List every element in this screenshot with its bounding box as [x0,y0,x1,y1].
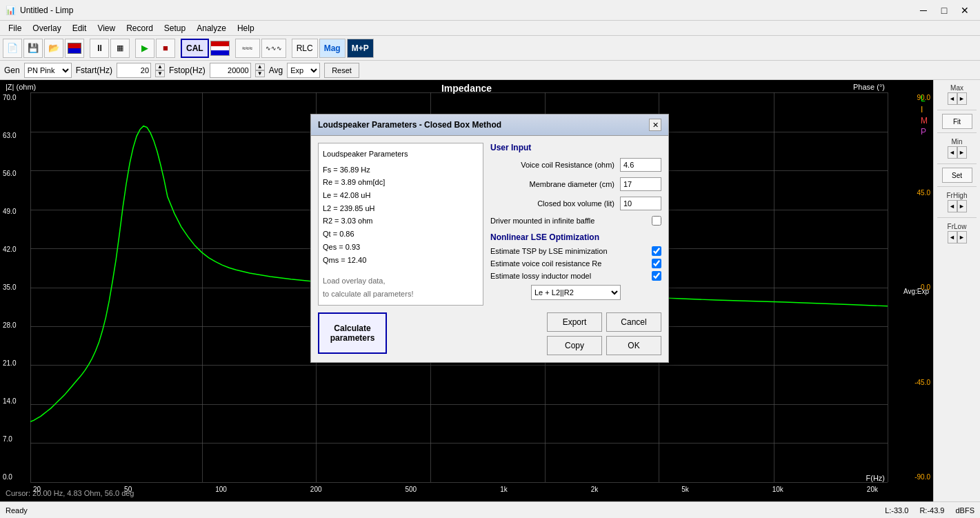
limp-l: L [921,94,928,103]
fstop-down[interactable]: ▼ [255,70,265,77]
cancel-button[interactable]: Cancel [606,312,661,332]
divider-3 [937,163,977,164]
fstop-spinner: ▲ ▼ [255,63,265,77]
x-label-9: 20k [867,486,878,493]
max-down[interactable]: ► [957,92,967,105]
estimate-lossy-checkbox[interactable] [652,271,661,281]
estimate-re-row: Estimate voice coil resistance Re [490,259,661,268]
fit-button[interactable]: Fit [942,114,972,129]
gen-select[interactable]: PN Pink PN White Sine Multi [24,63,72,78]
status-text: Ready [6,506,28,515]
param-qt: Qt = 0.86 [323,228,479,241]
export-button[interactable]: Export [547,312,602,332]
param-qes: Qes = 0.93 [323,241,479,254]
flag2-button[interactable] [210,41,230,56]
wave2-button[interactable]: ∿∿∿ [261,39,286,58]
mag-button[interactable]: Mag [319,39,346,58]
closed-box-input[interactable]: 10 [620,197,661,210]
estimate-tsp-row: Estimate TSP by LSE minimization [490,246,661,256]
dialog-close-button[interactable]: ✕ [649,119,661,131]
fstop-input[interactable]: 20000 [210,63,251,78]
grid-button[interactable]: ▦ [110,39,130,58]
ok-button[interactable]: OK [606,336,661,355]
param-re: Re = 3.89 ohm[dc] [323,176,479,189]
dialog-right-panel: User Input Voice coil Resistance (ohm) 4… [490,143,661,306]
overlay-hint: Load overlay data,to calculate all param… [323,275,479,300]
cursor-text: Cursor: 20.00 Hz, 4.83 Ohm, 56.0 deg [6,489,134,497]
cal-button[interactable]: CAL [181,39,209,58]
menu-help[interactable]: Help [232,22,260,34]
x-label-5: 1k [500,486,508,493]
stop-button[interactable]: ■ [156,39,175,58]
grid-v-7 [888,92,888,482]
frlow-right[interactable]: ► [957,231,967,243]
reset-button[interactable]: Reset [324,63,359,78]
grid-h-10 [30,482,888,483]
x-axis: 20 50 100 200 500 1k 2k 5k 10k 20k [33,486,878,493]
open-button[interactable]: 📂 [44,39,63,58]
minimize-button[interactable]: ─ [914,3,933,17]
right-panel: Max ◄ ► Fit Min ◄ ► Set FrHigh ◄ ► [933,80,980,501]
param-le: Le = 42.08 uH [323,189,479,202]
estimate-tsp-label: Estimate TSP by LSE minimization [490,247,648,255]
y-label-10: 0.0 [3,473,16,481]
fstart-input[interactable]: 20 [117,63,151,78]
gen-label: Gen [4,66,20,75]
save-button[interactable]: 💾 [23,39,43,58]
avg-label: Avg:Exp [903,287,929,295]
menu-edit[interactable]: Edit [67,22,92,34]
membrane-field: Membrane diameter (cm) 17 [490,177,661,191]
flag-button[interactable] [65,39,84,58]
max-up[interactable]: ◄ [948,92,957,105]
pause-button[interactable]: ⏸ [90,39,109,58]
y-label-9: 7.0 [3,435,16,443]
min-spinner: ◄ ► [948,146,967,159]
frhigh-left[interactable]: ◄ [948,200,957,212]
estimate-re-checkbox[interactable] [652,259,661,268]
copy-button[interactable]: Copy [547,336,602,355]
titlebar-left: 📊 Untitled - Limp [6,6,73,15]
limp-p: P [921,127,928,137]
mp-button[interactable]: M+P [347,39,374,58]
avg-select[interactable]: Exp Lin Peak [287,63,320,78]
y-label-4: 42.0 [3,246,16,253]
rlc-button[interactable]: RLC [292,39,318,58]
l-value: L:-33.0 [885,506,908,515]
membrane-input[interactable]: 17 [620,177,661,191]
dialog-footer: Calculateparameters Export Cancel Copy O… [311,312,668,362]
menu-file[interactable]: File [3,22,27,34]
frlow-left[interactable]: ◄ [948,231,957,243]
y-label-3: 49.0 [3,208,16,215]
close-button[interactable]: ✕ [955,3,974,17]
new-button[interactable]: 📄 [3,39,22,58]
divider-5 [937,217,977,218]
fstart-down[interactable]: ▼ [155,70,165,77]
divider-2 [937,132,977,133]
maximize-button[interactable]: □ [934,3,954,17]
estimate-tsp-checkbox[interactable] [652,246,661,256]
chart-ylabel-left: |Z| (ohm) [6,83,36,91]
set-button[interactable]: Set [942,168,972,183]
rp-min-section: Min ◄ ► [935,137,979,160]
menu-view[interactable]: View [92,22,121,34]
y-label-7: 21.0 [3,359,16,367]
fstart-up[interactable]: ▲ [155,63,165,70]
menu-analyze[interactable]: Analyze [191,22,232,34]
min-up[interactable]: ◄ [948,146,957,159]
fstop-up[interactable]: ▲ [255,63,265,70]
menu-setup[interactable]: Setup [159,22,191,34]
infinite-baffle-checkbox[interactable] [652,216,661,226]
user-input-title: User Input [490,143,661,152]
wave1-button[interactable]: ≈≈≈ [235,39,260,58]
genbar: Gen PN Pink PN White Sine Multi Fstart(H… [0,61,980,80]
menubar: File Overlay Edit View Record Setup Anal… [0,21,980,36]
inductor-model-select[interactable]: Le + L2||R2 Le only Le + R2 [531,285,621,300]
menu-overlay[interactable]: Overlay [27,22,66,34]
min-down[interactable]: ► [957,146,967,159]
play-button[interactable]: ▶ [135,39,154,58]
calculate-button[interactable]: Calculateparameters [318,312,387,354]
voice-coil-input[interactable]: 4.6 [620,158,661,172]
menu-record[interactable]: Record [121,22,159,34]
statusbar: Ready L:-33.0 R:-43.9 dBFS [0,501,980,518]
frhigh-right[interactable]: ► [957,200,967,212]
